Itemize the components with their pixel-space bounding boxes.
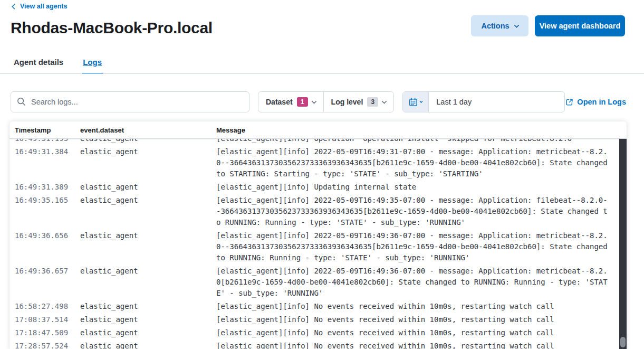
log-message: [elastic_agent][info] No events received… bbox=[216, 314, 612, 325]
log-table-row[interactable]: 16:58:27.498 elastic_agent [elastic_agen… bbox=[9, 300, 619, 313]
log-timestamp: 16:49:35.165 bbox=[15, 195, 80, 228]
log-message: [elastic_agent][info] 2022-05-09T16:49:3… bbox=[216, 146, 612, 180]
tab-logs[interactable]: Logs bbox=[82, 58, 103, 74]
page-title: Rhodas-MacBook-Pro.local bbox=[11, 19, 213, 37]
external-link-icon bbox=[565, 98, 573, 106]
log-dataset: elastic_agent bbox=[80, 314, 216, 325]
log-message: [elastic_agent][info] Operation 'operati… bbox=[216, 139, 612, 144]
log-dataset: elastic_agent bbox=[80, 139, 216, 144]
vertical-scrollbar[interactable] bbox=[619, 139, 627, 349]
log-table-row[interactable]: 17:28:57.524 elastic_agent [elastic_agen… bbox=[9, 339, 619, 349]
log-level-filter-count-badge: 3 bbox=[367, 97, 378, 107]
view-all-agents-link[interactable]: View all agents bbox=[11, 3, 67, 10]
log-dataset: elastic_agent bbox=[80, 182, 216, 193]
tab-agent-details[interactable]: Agent details bbox=[13, 58, 64, 74]
actions-button-label: Actions bbox=[481, 22, 509, 30]
log-timestamp: 16:49:36.657 bbox=[15, 266, 80, 299]
agent-logs-page: View all agents Rhodas-MacBook-Pro.local… bbox=[0, 0, 644, 349]
log-filter-group: Dataset 1 Log level 3 bbox=[258, 91, 394, 112]
date-picker-calendar-button[interactable] bbox=[403, 92, 429, 112]
log-message: [elastic_agent][info] No events received… bbox=[216, 301, 612, 312]
tab-bar: Agent details Logs bbox=[13, 58, 103, 74]
chevron-left-icon bbox=[11, 4, 16, 10]
chevron-down-icon bbox=[311, 99, 316, 104]
log-table-body: 16:49:31.193 elastic_agent [elastic_agen… bbox=[9, 139, 619, 349]
open-in-logs-label: Open in Logs bbox=[577, 98, 626, 106]
open-in-logs-link[interactable]: Open in Logs bbox=[565, 98, 626, 106]
log-message: [elastic_agent][info] No events received… bbox=[216, 327, 612, 338]
tab-logs-label: Logs bbox=[83, 58, 102, 67]
log-message: [elastic_agent][info] Updating internal … bbox=[216, 182, 612, 193]
log-dataset: elastic_agent bbox=[80, 327, 216, 338]
log-timestamp: 17:08:37.514 bbox=[15, 314, 80, 325]
actions-button[interactable]: Actions bbox=[471, 15, 528, 36]
dataset-filter-label: Dataset bbox=[266, 98, 293, 106]
tabs-divider bbox=[0, 73, 644, 74]
log-table-row[interactable]: 16:49:31.384 elastic_agent [elastic_agen… bbox=[9, 145, 619, 181]
log-timestamp: 16:49:31.193 bbox=[15, 139, 80, 144]
log-message: [elastic_agent][info] 2022-05-09T16:49:3… bbox=[216, 230, 612, 263]
search-logs-input[interactable] bbox=[11, 91, 249, 112]
log-table-row[interactable]: 16:49:36.657 elastic_agent [elastic_agen… bbox=[9, 265, 619, 300]
search-box bbox=[11, 91, 249, 112]
log-table-row[interactable]: 17:08:37.514 elastic_agent [elastic_agen… bbox=[9, 313, 619, 326]
date-range-picker: Last 1 day bbox=[402, 91, 565, 112]
log-message: [elastic_agent][info] 2022-05-09T16:49:3… bbox=[216, 195, 612, 228]
column-header-timestamp: Timestamp bbox=[15, 126, 80, 134]
log-dataset: elastic_agent bbox=[80, 266, 216, 299]
log-timestamp: 16:58:27.498 bbox=[15, 301, 80, 312]
log-table-row[interactable]: 16:49:31.389 elastic_agent [elastic_agen… bbox=[9, 181, 619, 194]
search-icon bbox=[17, 97, 26, 108]
time-range-value[interactable]: Last 1 day bbox=[429, 98, 472, 106]
log-table-panel: Timestamp event.dataset Message 16:49:31… bbox=[9, 121, 627, 349]
log-table-row[interactable]: 17:18:47.509 elastic_agent [elastic_agen… bbox=[9, 326, 619, 339]
log-table-row[interactable]: 16:49:36.656 elastic_agent [elastic_agen… bbox=[9, 229, 619, 265]
column-header-message: Message bbox=[216, 126, 627, 134]
log-dataset: elastic_agent bbox=[80, 341, 216, 349]
log-table-row[interactable]: 16:49:35.165 elastic_agent [elastic_agen… bbox=[9, 194, 619, 229]
log-timestamp: 16:49:36.656 bbox=[15, 230, 80, 263]
log-timestamp: 17:28:57.524 bbox=[15, 341, 80, 349]
chevron-down-icon bbox=[514, 23, 519, 28]
log-timestamp: 17:18:47.509 bbox=[15, 327, 80, 338]
log-level-filter-button[interactable]: Log level 3 bbox=[323, 92, 394, 112]
view-all-agents-label: View all agents bbox=[20, 3, 67, 10]
scrollbar-thumb[interactable] bbox=[620, 337, 626, 347]
chevron-down-icon bbox=[419, 99, 423, 103]
view-agent-dashboard-button[interactable]: View agent dashboard bbox=[535, 15, 625, 36]
dataset-filter-button[interactable]: Dataset 1 bbox=[258, 92, 323, 112]
log-dataset: elastic_agent bbox=[80, 301, 216, 312]
log-dataset: elastic_agent bbox=[80, 146, 216, 180]
view-agent-dashboard-label: View agent dashboard bbox=[540, 22, 621, 30]
log-filter-bar: Dataset 1 Log level 3 bbox=[11, 91, 626, 112]
log-message: [elastic_agent][info] No events received… bbox=[216, 341, 612, 349]
dataset-filter-count-badge: 1 bbox=[297, 97, 308, 107]
log-message: [elastic_agent][info] 2022-05-09T16:49:3… bbox=[216, 266, 612, 299]
calendar-icon bbox=[409, 98, 418, 107]
column-header-event-dataset: event.dataset bbox=[80, 126, 216, 134]
log-timestamp: 16:49:31.384 bbox=[15, 146, 80, 180]
log-dataset: elastic_agent bbox=[80, 195, 216, 228]
log-timestamp: 16:49:31.389 bbox=[15, 182, 80, 193]
log-level-filter-label: Log level bbox=[331, 98, 363, 106]
tab-agent-details-label: Agent details bbox=[14, 58, 63, 67]
log-dataset: elastic_agent bbox=[80, 230, 216, 263]
log-table-header: Timestamp event.dataset Message bbox=[9, 121, 627, 139]
chevron-down-icon bbox=[382, 99, 387, 104]
log-table-row[interactable]: 16:49:31.193 elastic_agent [elastic_agen… bbox=[9, 139, 619, 145]
